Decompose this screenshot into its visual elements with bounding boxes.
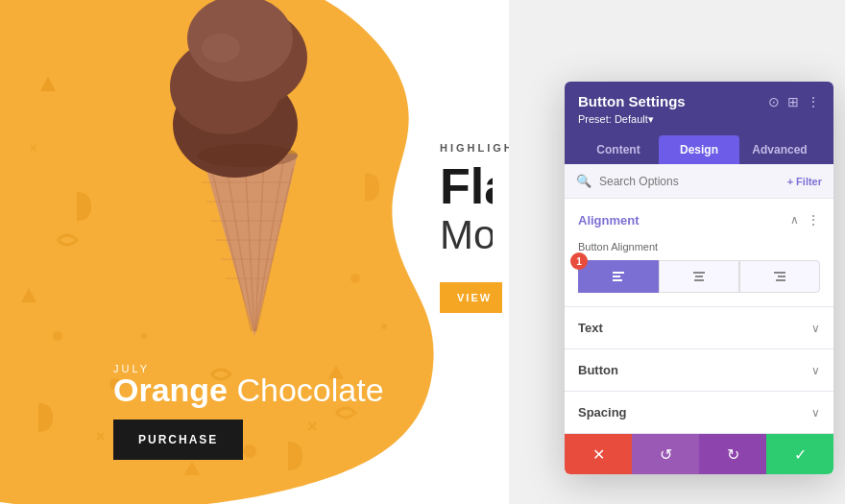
svg-line-16: [226, 161, 254, 331]
text-title: Text: [578, 321, 603, 335]
svg-text:×: ×: [307, 417, 318, 436]
spacing-header[interactable]: Spacing ∨: [565, 392, 833, 433]
alignment-badge: 1: [570, 252, 588, 270]
align-center[interactable]: [659, 260, 739, 293]
search-icon: 🔍: [576, 174, 592, 188]
text-chevron[interactable]: ∨: [811, 322, 820, 335]
panel-tabs: Content Design Advanced: [578, 135, 820, 164]
svg-marker-4: [184, 461, 200, 475]
svg-line-17: [245, 156, 254, 331]
layout-icon[interactable]: ⊞: [787, 94, 799, 109]
confirm-button[interactable]: ✓: [766, 434, 833, 474]
alignment-options: 1: [578, 260, 820, 293]
svg-line-19: [255, 161, 283, 331]
svg-line-18: [255, 156, 264, 331]
svg-point-12: [141, 333, 147, 339]
highlight-label: HIGHLIGHT: [440, 142, 509, 154]
ice-cream-cone: [77, 0, 422, 346]
svg-point-6: [350, 274, 360, 283]
panel-body: 🔍 + Filter Alignment ∧ ⋮ Button Alignmen…: [565, 164, 833, 474]
preset-label: Preset:: [578, 113, 615, 125]
svg-marker-3: [21, 288, 36, 302]
spacing-section: Spacing ∨: [565, 392, 833, 434]
svg-line-15: [211, 168, 252, 331]
svg-point-13: [381, 324, 387, 329]
svg-point-27: [173, 72, 298, 178]
flavor-title: Fla: [440, 161, 493, 211]
view-button[interactable]: VIEW: [440, 282, 502, 313]
tab-design[interactable]: Design: [659, 135, 739, 164]
settings-icon[interactable]: ⊙: [768, 94, 780, 109]
svg-line-20: [256, 168, 293, 331]
more-icon[interactable]: ⋮: [807, 94, 820, 109]
search-row: 🔍 + Filter: [565, 164, 833, 199]
tab-content[interactable]: Content: [578, 135, 659, 164]
svg-text:×: ×: [96, 428, 105, 444]
svg-point-8: [53, 331, 62, 341]
text-header[interactable]: Text ∨: [565, 307, 833, 348]
spacing-title: Spacing: [578, 405, 627, 420]
undo-button[interactable]: ↺: [632, 434, 699, 474]
flavor-name-bold: Orange: [113, 372, 228, 408]
flavor-name-regular: Chocolate: [228, 372, 384, 408]
preset-value[interactable]: Default: [615, 113, 648, 125]
scene-background: × × × HIGHLIG: [0, 0, 509, 504]
align-right[interactable]: [739, 260, 820, 293]
panel-title: Button Settings: [578, 93, 686, 109]
alignment-chevron-up[interactable]: ∧: [790, 213, 799, 227]
button-chevron[interactable]: ∨: [811, 364, 820, 377]
svg-point-29: [192, 8, 307, 108]
action-bar: ✕ ↺ ↻ ✓: [565, 434, 833, 474]
svg-marker-0: [40, 77, 56, 91]
panel-header: Button Settings ⊙ ⊞ ⋮ Preset: Default▾ C…: [565, 82, 833, 164]
panel-header-top: Button Settings ⊙ ⊞ ⋮: [578, 93, 820, 109]
redo-button[interactable]: ↻: [699, 434, 766, 474]
button-section: Button ∨: [565, 349, 833, 392]
cancel-button[interactable]: ✕: [565, 434, 632, 474]
alignment-controls: ∧ ⋮: [790, 212, 820, 228]
flavor-subtitle: Mo: [440, 215, 493, 255]
purchase-button[interactable]: PURCHASE: [113, 420, 243, 460]
alignment-section: Alignment ∧ ⋮ Button Alignment 1: [565, 199, 833, 307]
alignment-header[interactable]: Alignment ∧ ⋮: [565, 199, 833, 241]
svg-text:×: ×: [29, 140, 37, 156]
text-section: Text ∨: [565, 307, 833, 349]
alignment-content: Button Alignment 1: [565, 241, 833, 306]
panel-header-icons: ⊙ ⊞ ⋮: [768, 94, 820, 109]
align-left[interactable]: [578, 260, 659, 293]
alignment-title: Alignment: [578, 213, 640, 228]
flavor-name: Orange Chocolate: [113, 371, 384, 410]
filter-button[interactable]: + Filter: [787, 176, 822, 187]
svg-point-30: [187, 0, 293, 82]
svg-point-28: [170, 38, 281, 134]
svg-point-7: [243, 444, 256, 458]
settings-panel: Button Settings ⊙ ⊞ ⋮ Preset: Default▾ C…: [565, 82, 833, 474]
svg-point-32: [198, 144, 298, 167]
button-section-title: Button: [578, 363, 618, 377]
button-section-header[interactable]: Button ∨: [565, 349, 833, 391]
search-input[interactable]: [599, 175, 780, 188]
svg-marker-14: [202, 154, 298, 336]
button-alignment-label: Button Alignment: [578, 241, 820, 252]
alignment-menu[interactable]: ⋮: [807, 212, 820, 228]
tab-advanced[interactable]: Advanced: [739, 135, 820, 164]
svg-point-31: [202, 34, 240, 62]
spacing-chevron[interactable]: ∨: [811, 406, 820, 420]
preset-arrow[interactable]: ▾: [648, 113, 654, 125]
panel-preset: Preset: Default▾: [578, 113, 820, 126]
